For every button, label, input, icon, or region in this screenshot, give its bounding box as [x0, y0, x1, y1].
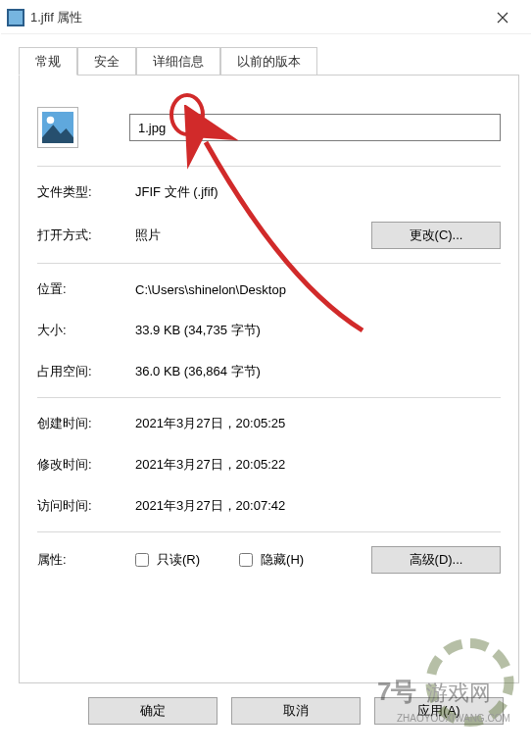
- location-value: C:\Users\shinelon\Desktop: [135, 282, 501, 297]
- readonly-label: 只读(R): [157, 551, 200, 569]
- dialog-body: 常规 安全 详细信息 以前的版本 文件类型: JFIF 文件 (.jfif) 打…: [1, 34, 531, 756]
- ok-button[interactable]: 确定: [88, 697, 218, 725]
- window-title: 1.jfif 属性: [30, 9, 480, 26]
- separator: [37, 397, 501, 398]
- hidden-label: 隐藏(H): [261, 551, 304, 569]
- created-row: 创建时间: 2021年3月27日，20:05:25: [37, 412, 501, 435]
- attributes-label: 属性:: [37, 551, 135, 569]
- filetype-row: 文件类型: JFIF 文件 (.jfif): [37, 180, 501, 204]
- modified-row: 修改时间: 2021年3月27日，20:05:22: [37, 453, 501, 477]
- size-row: 大小: 33.9 KB (34,735 字节): [37, 319, 501, 342]
- sizeondisk-row: 占用空间: 36.0 KB (36,864 字节): [37, 360, 501, 383]
- hidden-checkbox-wrap[interactable]: 隐藏(H): [239, 551, 304, 569]
- titlebar: 1.jfif 属性: [1, 1, 531, 34]
- openswith-row: 打开方式: 照片 更改(C)...: [37, 222, 501, 249]
- readonly-checkbox-wrap[interactable]: 只读(R): [135, 551, 200, 569]
- file-thumbnail-icon: [37, 107, 78, 148]
- openswith-value: 照片: [135, 227, 318, 244]
- modified-label: 修改时间:: [37, 456, 135, 474]
- readonly-checkbox[interactable]: [135, 553, 149, 567]
- location-label: 位置:: [37, 280, 135, 298]
- modified-value: 2021年3月27日，20:05:22: [135, 456, 501, 474]
- tab-details[interactable]: 详细信息: [136, 47, 220, 75]
- separator: [37, 531, 501, 532]
- hidden-checkbox[interactable]: [239, 553, 253, 567]
- tab-strip: 常规 安全 详细信息 以前的版本: [19, 48, 519, 76]
- file-icon: [7, 9, 24, 26]
- filetype-value: JFIF 文件 (.jfif): [135, 183, 501, 201]
- apply-button[interactable]: 应用(A): [374, 697, 504, 725]
- cancel-button[interactable]: 取消: [231, 697, 361, 725]
- filetype-label: 文件类型:: [37, 183, 135, 201]
- size-value: 33.9 KB (34,735 字节): [135, 322, 501, 339]
- tab-previous-versions[interactable]: 以前的版本: [220, 47, 317, 75]
- advanced-button[interactable]: 高级(D)...: [371, 546, 501, 574]
- created-value: 2021年3月27日，20:05:25: [135, 415, 501, 432]
- attributes-row: 属性: 只读(R) 隐藏(H) 高级(D)...: [37, 546, 501, 574]
- filename-row: [37, 107, 501, 148]
- general-panel: 文件类型: JFIF 文件 (.jfif) 打开方式: 照片 更改(C)... …: [19, 76, 519, 683]
- sizeondisk-label: 占用空间:: [37, 363, 135, 380]
- close-icon: [497, 12, 508, 24]
- size-label: 大小:: [37, 322, 135, 339]
- separator: [37, 166, 501, 167]
- dialog-footer: 确定 取消 应用(A): [19, 683, 519, 742]
- close-button[interactable]: [480, 1, 525, 34]
- filename-input[interactable]: [129, 114, 501, 141]
- openswith-label: 打开方式:: [37, 227, 135, 244]
- separator: [37, 263, 501, 264]
- location-row: 位置: C:\Users\shinelon\Desktop: [37, 277, 501, 301]
- created-label: 创建时间:: [37, 415, 135, 432]
- properties-window: 1.jfif 属性 常规 安全 详细信息 以前的版本 文件类型: JFIF 文件…: [0, 0, 532, 756]
- accessed-row: 访问时间: 2021年3月27日，20:07:42: [37, 494, 501, 518]
- change-button[interactable]: 更改(C)...: [371, 222, 501, 249]
- tab-general[interactable]: 常规: [19, 47, 77, 76]
- accessed-label: 访问时间:: [37, 497, 135, 515]
- svg-point-1: [47, 117, 55, 125]
- accessed-value: 2021年3月27日，20:07:42: [135, 497, 501, 515]
- sizeondisk-value: 36.0 KB (36,864 字节): [135, 363, 501, 380]
- tab-security[interactable]: 安全: [77, 47, 136, 75]
